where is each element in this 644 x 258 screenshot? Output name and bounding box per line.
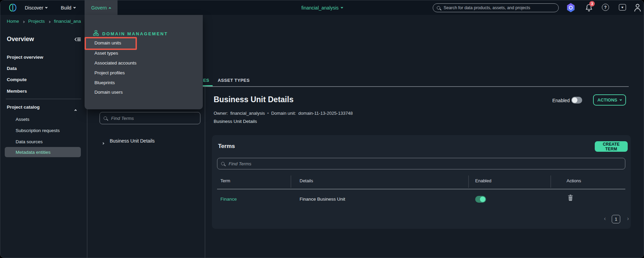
term-enabled-toggle[interactable] [475, 196, 486, 203]
entity-meta: Owner: financial_analysis • Domain unit:… [214, 111, 353, 116]
nav-govern-label: Govern [91, 5, 107, 11]
menu-item-domain-users[interactable]: Domain users [94, 90, 123, 95]
user-profile-icon[interactable] [633, 3, 642, 13]
sidebar-item-subscription-requests[interactable]: Subscription requests [16, 128, 60, 133]
chevron-up-icon [75, 107, 76, 113]
terms-card-title: Terms [218, 143, 235, 150]
glossary-search [100, 112, 200, 124]
global-search-input[interactable] [443, 5, 545, 11]
notification-badge: 3 [589, 1, 595, 6]
sidebar-item-data[interactable]: Data [7, 66, 17, 71]
terms-search [217, 158, 625, 169]
menu-item-project-profiles[interactable]: Project profiles [94, 70, 125, 75]
menu-item-blueprints[interactable]: Blueprints [94, 80, 115, 85]
tab-asset-types[interactable]: ASSET TYPES [218, 78, 250, 83]
breadcrumb-projects[interactable]: Projects [28, 19, 45, 24]
search-icon [221, 162, 225, 165]
nav-build-label: Build [61, 5, 71, 11]
column-divider[interactable] [291, 176, 291, 188]
search-icon [104, 116, 107, 120]
pagination-page-1[interactable]: 1 [612, 215, 620, 223]
project-selector-label: financial_analysis [301, 5, 339, 11]
sidebar-item-project-overview[interactable]: Project overview [7, 55, 43, 60]
govern-dropdown-menu: DOMAIN MANAGEMENT Domain units Asset typ… [85, 15, 203, 109]
tab-business-glossaries[interactable]: ES [203, 78, 209, 83]
top-navigation-bar: Discover Build Govern financial_analysis… [0, 0, 644, 15]
delete-term-icon[interactable] [568, 195, 573, 202]
pagination-next[interactable]: › [627, 215, 629, 222]
sidebar-item-compute[interactable]: Compute [7, 77, 27, 82]
glossary-tree-item[interactable]: Business Unit Details [110, 138, 155, 144]
terms-search-input[interactable] [228, 161, 568, 167]
breadcrumb-separator-icon [23, 19, 24, 24]
menu-item-asset-types[interactable]: Asset types [94, 51, 118, 56]
column-header-details: Details [300, 178, 313, 183]
q-ring [569, 6, 573, 10]
menu-item-associated-accounts[interactable]: Associated accounts [94, 60, 137, 66]
column-divider[interactable] [551, 176, 551, 188]
table-row-term-link[interactable]: Finance [220, 197, 237, 202]
project-selector[interactable]: financial_analysis [301, 0, 343, 15]
column-header-term: Term [220, 178, 230, 183]
sidebar-item-assets[interactable]: Assets [16, 117, 30, 122]
highlight-annotation-box [85, 37, 137, 50]
breadcrumb-home[interactable]: Home [7, 19, 19, 24]
owner-label: Owner: [214, 111, 228, 116]
chevron-down-icon [73, 6, 76, 8]
sitemap-icon [93, 30, 99, 37]
meta-separator: • [267, 111, 269, 116]
breadcrumb-project-name[interactable]: financial_ana [54, 19, 81, 24]
breadcrumb-separator-icon [49, 19, 50, 24]
toggle-knob [572, 97, 577, 103]
nav-govern[interactable]: Govern [85, 0, 118, 15]
page-title: Business Unit Details [214, 95, 293, 104]
create-term-button[interactable]: CREATE TERM [595, 141, 628, 152]
sidebar-title: Overview [7, 36, 34, 43]
tree-expand-icon[interactable] [102, 140, 104, 146]
nav-discover-label: Discover [25, 5, 43, 11]
sidebar-divider [6, 99, 81, 99]
panel-divider-main [205, 87, 205, 258]
sidebar-item-members[interactable]: Members [7, 89, 27, 94]
sidebar-section-project-catalog[interactable]: Project catalog [7, 105, 40, 110]
tabbar-border [203, 86, 629, 87]
breadcrumb: Home Projects financial_ana [7, 15, 81, 27]
menu-section-header: DOMAIN MANAGEMENT [93, 30, 168, 37]
enabled-label: Enabled [552, 98, 570, 103]
app-window: Overview Project overview Data Compute M… [0, 0, 644, 258]
actions-button[interactable]: ACTIONS [593, 94, 626, 106]
column-divider[interactable] [468, 176, 469, 188]
owner-value: financial_analysis [230, 111, 265, 116]
actions-button-label: ACTIONS [597, 97, 618, 103]
chevron-down-icon [620, 98, 622, 100]
table-header-border [217, 189, 625, 189]
chevron-up-icon [109, 7, 111, 9]
pagination-prev[interactable]: ‹ [604, 215, 606, 222]
help-icon[interactable]: ? [602, 4, 609, 11]
table-row-details: Finance Business Unit [300, 197, 345, 202]
chevron-down-icon [45, 6, 48, 8]
domain-unit-label: Domain unit: [271, 111, 296, 116]
column-header-enabled: Enabled [475, 178, 491, 183]
sidebar-item-metadata-entities[interactable]: Metadata entities [5, 147, 81, 157]
sidebar-item-data-sources[interactable]: Data sources [16, 139, 43, 144]
term-link-label: Finance [220, 197, 237, 202]
search-icon [437, 6, 440, 10]
domain-unit-value: domain-11-13-2025-133748 [298, 111, 353, 116]
enabled-toggle[interactable] [571, 97, 582, 104]
chevron-down-icon [341, 6, 343, 8]
toggle-knob [480, 197, 485, 202]
entity-description: Business Unit Details [214, 119, 257, 124]
menu-section-title: DOMAIN MANAGEMENT [102, 31, 168, 36]
terms-card: Terms CREATE TERM Term Details Enabled A… [212, 135, 631, 229]
feedback-icon[interactable]: ♥ [619, 4, 626, 11]
nav-discover[interactable]: Discover [25, 0, 47, 15]
app-logo-icon[interactable] [8, 3, 17, 14]
global-search [433, 3, 559, 12]
glossary-search-input[interactable] [110, 115, 189, 121]
amazon-q-icon[interactable] [567, 3, 575, 12]
sidebar-collapse-icon[interactable] [74, 37, 81, 43]
column-header-actions: Actions [567, 178, 581, 183]
nav-build[interactable]: Build [61, 0, 75, 15]
